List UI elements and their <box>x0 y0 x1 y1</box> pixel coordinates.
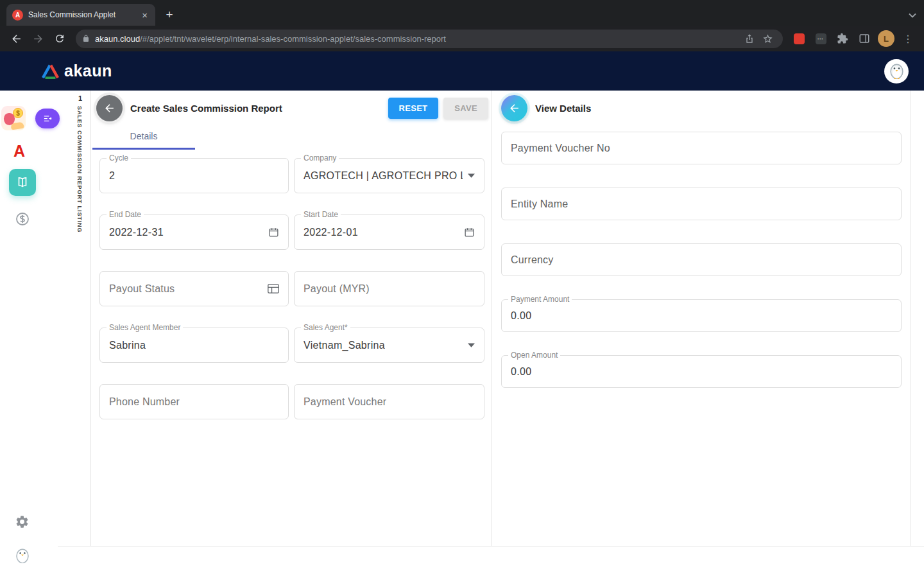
profile-avatar[interactable]: L <box>877 29 896 48</box>
share-icon[interactable] <box>742 31 757 46</box>
end-date-calendar-icon[interactable] <box>263 227 279 238</box>
company-field-label: Company <box>301 153 339 162</box>
sales-agent-dropdown-caret-icon[interactable] <box>463 343 475 347</box>
create-panel-title: Create Sales Commission Report <box>130 103 282 114</box>
sales-agent-member-value: Sabrina <box>109 340 146 351</box>
app-header: akaun <box>0 51 924 91</box>
save-button[interactable]: SAVE <box>443 98 488 119</box>
listing-count-badge: 1 <box>78 94 83 102</box>
payout-status-placeholder: Payout Status <box>109 283 175 295</box>
open-amount-label: Open Amount <box>508 351 560 360</box>
company-dropdown-caret-icon[interactable] <box>463 173 475 178</box>
url-text: akaun.cloud/#/applet/tnt/wavelet/erp/int… <box>95 34 740 44</box>
currency-field[interactable]: Currency <box>501 243 902 276</box>
open-amount-value: 0.00 <box>511 366 531 378</box>
extensions-puzzle-icon[interactable] <box>833 29 852 48</box>
forward-nav-icon[interactable] <box>28 29 47 48</box>
end-date-field-value: 2022-12-31 <box>109 227 164 238</box>
view-back-button[interactable] <box>501 95 527 121</box>
phone-number-field[interactable]: Phone Number <box>99 384 289 419</box>
sales-agent-member-field[interactable]: Sales Agent Member Sabrina <box>99 328 289 363</box>
sidebar-expand-button[interactable] <box>35 109 60 128</box>
dollar-applet-icon[interactable] <box>15 211 30 229</box>
back-nav-icon[interactable] <box>6 29 26 48</box>
entity-name-placeholder: Entity Name <box>511 198 568 210</box>
ledger-applet-icon[interactable] <box>9 169 36 196</box>
payout-status-list-icon[interactable] <box>262 284 279 293</box>
cycle-field-label: Cycle <box>107 153 131 162</box>
tab-search-chevron-icon[interactable] <box>909 9 916 21</box>
url-bar[interactable]: akaun.cloud/#/applet/tnt/wavelet/erp/int… <box>76 30 783 48</box>
payment-voucher-field[interactable]: Payment Voucher <box>294 384 484 419</box>
account-penguin-avatar[interactable] <box>884 59 909 83</box>
new-tab-button[interactable]: + <box>160 6 178 24</box>
book-icon <box>15 175 30 189</box>
browser-tab[interactable]: A Sales Commission Applet × <box>6 4 155 26</box>
extension-dots-icon[interactable]: ⋯ <box>811 29 830 48</box>
screen: A Sales Commission Applet × + akaun.clou… <box>0 0 924 578</box>
logo-text: akaun <box>64 62 112 80</box>
cycle-field[interactable]: Cycle 2 <box>99 158 289 193</box>
browser-tab-strip: A Sales Commission Applet × + <box>0 0 924 26</box>
browser-menu-icon[interactable]: ⋮ <box>898 29 918 48</box>
back-button[interactable] <box>96 95 123 121</box>
arrow-left-icon <box>508 102 520 114</box>
payment-amount-label: Payment Amount <box>508 295 572 304</box>
payment-amount-value: 0.00 <box>511 310 531 322</box>
arrow-left-icon <box>103 102 116 114</box>
scroll-gutter[interactable] <box>911 91 924 546</box>
akaun-logo[interactable]: akaun <box>41 62 112 80</box>
url-host: akaun.cloud <box>95 34 140 44</box>
payment-amount-field[interactable]: Payment Amount 0.00 <box>501 299 902 332</box>
view-form: Payment Voucher No Entity Name Currency … <box>501 132 902 388</box>
tab-close-icon[interactable]: × <box>140 9 150 21</box>
payout-status-field[interactable]: Payout Status <box>99 271 289 306</box>
extension-red-icon[interactable] <box>789 29 809 48</box>
sales-agent-field[interactable]: Sales Agent* Vietnam_Sabrina <box>294 328 484 363</box>
view-panel-header: View Details <box>501 95 907 121</box>
pdf-applet-icon[interactable]: A <box>13 143 25 159</box>
end-date-field-label: End Date <box>107 210 144 219</box>
view-details-panel: View Details Payment Voucher No Entity N… <box>492 91 911 546</box>
payout-field[interactable]: Payout (MYR) <box>294 271 484 306</box>
tab-favicon-icon: A <box>12 10 23 21</box>
settings-gear-icon[interactable] <box>15 514 30 532</box>
lock-icon <box>82 34 90 43</box>
menu-open-icon <box>42 114 53 123</box>
url-path: /#/applet/tnt/wavelet/erp/internal-sales… <box>140 34 446 44</box>
start-date-field[interactable]: Start Date 2022-12-01 <box>294 215 484 250</box>
tab-details[interactable]: Details <box>92 131 195 150</box>
side-panel-icon[interactable] <box>855 29 874 48</box>
bookmark-star-icon[interactable] <box>760 31 775 46</box>
sales-agent-member-label: Sales Agent Member <box>107 323 183 332</box>
sales-agent-value: Vietnam_Sabrina <box>304 340 385 351</box>
end-date-field[interactable]: End Date 2022-12-31 <box>99 215 289 250</box>
view-panel-title: View Details <box>535 103 591 114</box>
start-date-field-label: Start Date <box>301 210 341 219</box>
payment-voucher-no-placeholder: Payment Voucher No <box>511 143 610 154</box>
company-field[interactable]: Company AGROTECH | AGROTECH PRO LA… <box>294 158 484 193</box>
sales-agent-label: Sales Agent* <box>301 323 350 332</box>
applet-sidebar: $ A <box>0 91 58 578</box>
support-penguin-icon[interactable] <box>15 547 30 567</box>
tab-title: Sales Commission Applet <box>28 10 135 19</box>
commission-applet-icon[interactable]: $ <box>1 106 26 130</box>
cycle-field-value: 2 <box>109 170 115 182</box>
create-panel-header: Create Sales Commission Report RESET SAV… <box>96 95 488 121</box>
reset-button[interactable]: RESET <box>388 98 439 119</box>
workspace: 1 SALES COMMISSION REPORT LISTING Create… <box>58 91 924 547</box>
start-date-calendar-icon[interactable] <box>459 227 475 238</box>
browser-toolbar: akaun.cloud/#/applet/tnt/wavelet/erp/int… <box>0 26 924 51</box>
payment-voucher-placeholder: Payment Voucher <box>304 396 386 408</box>
open-amount-field[interactable]: Open Amount 0.00 <box>501 355 902 388</box>
listing-vertical-label: SALES COMMISSION REPORT LISTING <box>76 106 83 232</box>
penguin-icon <box>15 547 30 565</box>
akaun-logo-triangle-icon <box>41 63 60 80</box>
reload-icon[interactable] <box>50 29 69 48</box>
payment-voucher-no-field[interactable]: Payment Voucher No <box>501 132 902 164</box>
entity-name-field[interactable]: Entity Name <box>501 188 902 220</box>
company-field-value: AGROTECH | AGROTECH PRO LA… <box>304 170 463 182</box>
currency-placeholder: Currency <box>511 254 554 266</box>
start-date-field-value: 2022-12-01 <box>304 227 358 238</box>
listing-strip[interactable]: 1 SALES COMMISSION REPORT LISTING <box>58 91 91 546</box>
